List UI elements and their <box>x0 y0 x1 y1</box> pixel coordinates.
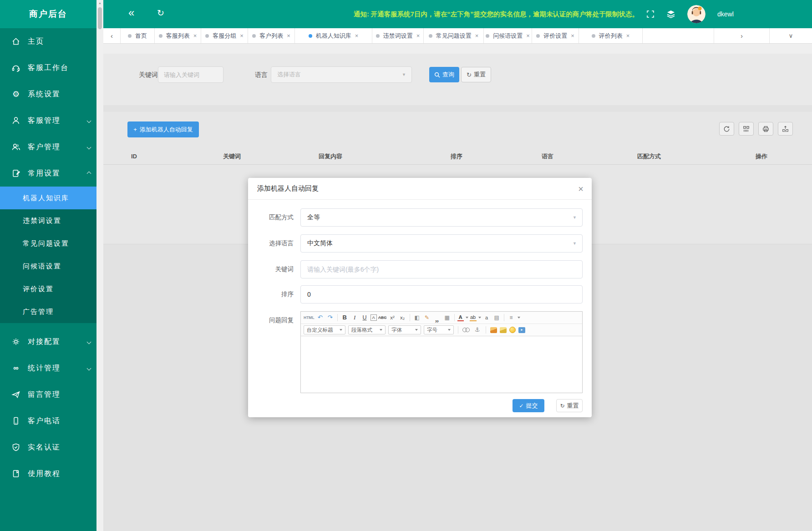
reset-button[interactable]: ↻ 重置 <box>461 67 491 82</box>
link-icon[interactable] <box>462 327 470 333</box>
username[interactable]: dkewl <box>717 10 734 18</box>
sidebar-item-statistics[interactable]: ∞ 统计管理 <box>0 355 96 381</box>
tab-rating-list[interactable]: 评价列表 × <box>579 28 643 43</box>
sidebar-item-robot-knowledge[interactable]: 机器人知识库 <box>0 187 96 209</box>
tabs-dropdown-button[interactable]: ∨ <box>769 28 812 43</box>
document-icon[interactable]: ▤ <box>492 314 501 322</box>
close-tab-icon[interactable]: × <box>475 32 479 39</box>
html-source-icon[interactable]: HTML <box>304 314 315 322</box>
match-mode-select[interactable]: 全等 ▼ <box>300 208 583 227</box>
table-columns-button[interactable] <box>739 122 754 136</box>
close-tab-icon[interactable]: × <box>526 32 530 39</box>
tab-dot-active <box>309 34 312 38</box>
tab-agent-list[interactable]: 客服列表 × <box>155 28 201 43</box>
close-tab-icon[interactable]: × <box>626 32 630 39</box>
italic-icon[interactable]: I <box>350 314 359 322</box>
photo-icon[interactable] <box>500 327 507 333</box>
sidebar-item-system-settings[interactable]: ⚙ 系统设置 <box>0 81 96 107</box>
tab-faq-settings[interactable]: 常见问题设置 × <box>424 28 484 43</box>
tab-greeting-settings[interactable]: 问候语设置 × <box>484 28 532 43</box>
tab-dot <box>159 34 162 38</box>
sidebar-item-workbench[interactable]: 客服工作台 <box>0 55 96 81</box>
tabs-next-button[interactable]: › <box>714 28 769 43</box>
subscript-icon[interactable]: x₂ <box>398 314 407 322</box>
fullscreen-icon[interactable] <box>646 10 655 18</box>
close-tab-icon[interactable]: × <box>355 32 359 39</box>
close-dialog-icon[interactable]: × <box>578 184 584 193</box>
sidebar-item-faq-settings[interactable]: 常见问题设置 <box>0 232 96 255</box>
custom-title-dropdown[interactable]: 自定义标题 <box>304 325 345 334</box>
underline-icon[interactable]: U <box>360 314 369 322</box>
layers-icon[interactable] <box>666 10 675 19</box>
dialog-keyword-input[interactable] <box>300 260 583 278</box>
sidebar-submenu: 机器人知识库 违禁词设置 常见问题设置 问候语设置 评价设置 广告管理 <box>0 187 96 323</box>
font-border-icon[interactable]: A <box>370 314 377 321</box>
sidebar-item-greeting-settings[interactable]: 问候语设置 <box>0 255 96 278</box>
collapse-sidebar-icon[interactable]: « <box>128 6 134 19</box>
keyword-search-input[interactable] <box>158 66 223 83</box>
redo-icon[interactable]: ↷ <box>326 314 335 322</box>
sidebar-item-agent-management[interactable]: 客服管理 <box>0 107 96 134</box>
tab-banned-words[interactable]: 违禁词设置 × <box>372 28 424 43</box>
search-button[interactable]: 查询 <box>429 67 459 82</box>
close-tab-icon[interactable]: × <box>193 32 197 39</box>
tab-customer-list[interactable]: 客户列表 × <box>248 28 295 43</box>
tabs-prev-button[interactable]: ‹ <box>103 28 121 43</box>
sidebar-item-ad-management[interactable]: 广告管理 <box>0 300 96 323</box>
anchor-icon[interactable]: ⚓ <box>473 326 482 334</box>
image-icon[interactable] <box>490 327 497 333</box>
sort-input[interactable] <box>300 285 583 303</box>
dialog-reset-button[interactable]: ↻ 重置 <box>556 399 583 412</box>
language-select[interactable]: 选择语言 ▼ <box>271 66 412 83</box>
sidebar-item-integration-config[interactable]: 对接配置 <box>0 329 96 355</box>
video-icon[interactable]: ▸ <box>518 327 525 333</box>
tab-home[interactable]: 首页 <box>121 28 155 43</box>
close-tab-icon[interactable]: × <box>287 32 290 39</box>
sidebar-item-real-name-auth[interactable]: 实名认证 <box>0 434 96 460</box>
bold-icon[interactable]: B <box>340 314 349 322</box>
strikethrough-icon[interactable]: ABC <box>378 314 387 322</box>
sidebar-item-tutorial[interactable]: 使用教程 <box>0 460 96 487</box>
table-icon[interactable]: ▦ <box>443 314 452 322</box>
highlight-color-icon[interactable]: ab <box>470 314 477 321</box>
format-brush-icon[interactable]: ✎ <box>423 314 431 322</box>
emoji-icon[interactable] <box>509 327 516 333</box>
line-height-icon[interactable]: ≡ <box>507 314 516 322</box>
close-tab-icon[interactable]: × <box>571 32 574 39</box>
tab-agent-groups[interactable]: 客服分组 × <box>201 28 248 43</box>
tab-robot-knowledge[interactable]: 机器人知识库 × <box>295 28 372 43</box>
language-label: 语言 <box>255 66 268 83</box>
autolink-icon[interactable]: a <box>482 314 491 322</box>
sidebar-item-customer-phone[interactable]: 客户电话 <box>0 408 96 434</box>
close-tab-icon[interactable]: × <box>240 32 244 39</box>
sidebar-scrollbar[interactable]: ▲ <box>96 0 103 531</box>
sidebar-item-messages[interactable]: 留言管理 <box>0 381 96 408</box>
table-export-button[interactable] <box>778 122 793 136</box>
submit-button[interactable]: ✓ 提交 <box>513 399 544 412</box>
scrollbar-thumb[interactable] <box>98 7 102 29</box>
editor-content-area[interactable] <box>301 336 582 393</box>
undo-icon[interactable]: ↶ <box>316 314 325 322</box>
table-print-button[interactable] <box>758 122 773 136</box>
sidebar-item-common-settings[interactable]: 常用设置 <box>0 160 96 187</box>
font-family-dropdown[interactable]: 字体 <box>388 325 421 334</box>
add-robot-reply-button[interactable]: + 添加机器人自动回复 <box>127 121 199 137</box>
sidebar-item-home[interactable]: 主页 <box>0 28 96 55</box>
blockquote-icon[interactable]: „ <box>433 314 442 321</box>
user-avatar[interactable] <box>687 5 705 23</box>
close-tab-icon[interactable]: × <box>416 32 420 39</box>
dialog-language-select[interactable]: 中文简体 ▼ <box>300 234 583 253</box>
table-refresh-button[interactable] <box>719 122 734 136</box>
sidebar-item-customer-management[interactable]: 客户管理 <box>0 134 96 160</box>
eraser-icon[interactable]: ◧ <box>413 314 421 322</box>
font-color-icon[interactable]: A <box>457 314 464 321</box>
sidebar-item-rating-settings[interactable]: 评价设置 <box>0 278 96 300</box>
font-size-dropdown[interactable]: 字号 <box>424 325 454 334</box>
scroll-up-arrow-icon[interactable]: ▲ <box>96 1 103 5</box>
tab-dot <box>536 34 540 38</box>
paragraph-format-dropdown[interactable]: 段落格式 <box>348 325 386 334</box>
sidebar-item-banned-words[interactable]: 违禁词设置 <box>0 209 96 232</box>
superscript-icon[interactable]: x² <box>388 314 397 322</box>
tab-rating-settings[interactable]: 评价设置 × <box>532 28 579 43</box>
refresh-icon[interactable]: ↻ <box>157 8 164 18</box>
